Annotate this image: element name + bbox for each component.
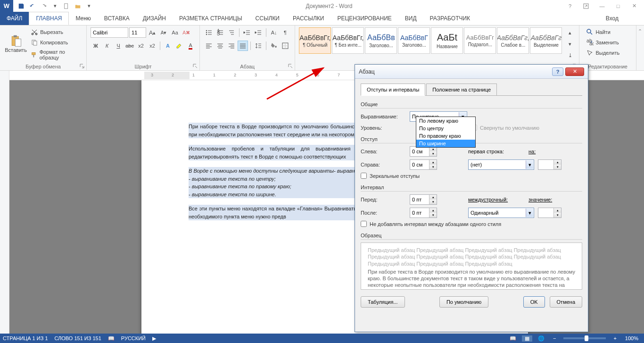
sort-icon[interactable]: A↓ [269,27,279,38]
select-button[interactable]: Выделить [585,48,620,58]
shading-icon[interactable] [269,41,279,51]
status-macro-icon[interactable]: ▶ [152,335,156,342]
qat-more[interactable]: ▾ [84,1,94,11]
multilevel-icon[interactable] [226,27,237,38]
styles-up-icon[interactable]: ▴ [565,27,575,38]
align-option-right[interactable]: По правому краю [416,132,475,140]
zoom-slider[interactable] [563,337,606,339]
status-lang[interactable]: РУССКИЙ [121,335,146,341]
style-normal[interactable]: АаБбВвГг,¶ Обычный [299,27,331,54]
change-case-icon[interactable]: Aa [170,27,180,38]
indent-right-spinner[interactable]: 0 см▴▾ [410,159,437,170]
bullets-icon[interactable] [204,27,214,38]
qat-newdoc[interactable]: ▾ [50,1,60,11]
zoom-out-icon[interactable]: − [550,335,559,341]
font-color-icon[interactable]: A [185,41,196,51]
mirror-indent-check[interactable] [361,173,367,179]
after-spinner[interactable]: 0 пт▴▾ [410,208,437,218]
default-button[interactable]: По умолчанию [439,296,488,308]
styles-more-icon[interactable]: ⤓ [565,50,575,60]
format-painter-button[interactable]: Формат по образцу [30,48,83,61]
tab-home[interactable]: ГЛАВНАЯ [29,12,69,25]
italic-icon[interactable]: К [102,41,112,51]
indent-left-spinner[interactable]: 0 см▴▾ [410,146,437,157]
font-launcher[interactable] [192,63,198,69]
first-line-select[interactable]: (нет)▾ [468,159,534,170]
ribbon-options-icon[interactable]: ? [564,1,576,11]
status-words[interactable]: СЛОВО 151 ИЗ 151 [55,335,101,341]
paragraph-launcher[interactable] [287,63,294,69]
underline-icon[interactable]: Ч [113,41,124,51]
qat-open[interactable] [73,1,83,11]
tab-mailings[interactable]: РАССЫЛКИ [286,12,330,25]
status-proofing-icon[interactable]: 📖 [108,335,115,342]
ribbon-min-icon[interactable] [580,1,592,11]
tab-references[interactable]: ССЫЛКИ [249,12,286,25]
tab-design[interactable]: ДИЗАЙН [136,12,173,25]
superscript-icon[interactable]: x2 [147,41,157,51]
status-page[interactable]: СТРАНИЦА 1 ИЗ 1 [3,335,48,341]
view-print-icon[interactable]: ▦ [522,335,532,342]
align-center-icon[interactable] [215,41,225,51]
show-marks-icon[interactable]: ¶ [280,27,290,38]
align-option-center[interactable]: По центру [416,125,475,132]
subscript-icon[interactable]: x2 [136,41,146,51]
qat-undo[interactable] [27,1,38,11]
qat-new[interactable] [61,1,72,11]
style-no-spacing[interactable]: АаБбВвГг,¶ Без инте... [332,27,364,54]
style-heading1[interactable]: АаБбВвЗаголово... [365,27,397,54]
cut-button[interactable]: Вырезать [30,27,83,37]
view-web-icon[interactable]: 🌐 [535,335,547,342]
dialog-tab-indents[interactable]: Отступы и интервалы [361,84,425,96]
qat-save[interactable] [16,1,26,11]
close-icon[interactable]: ✕ [628,1,640,11]
replace-button[interactable]: abacЗаменить [585,38,620,47]
align-option-justify[interactable]: По ширине [416,140,475,147]
tab-layout[interactable]: РАЗМЕТКА СТРАНИЦЫ [173,12,249,25]
borders-icon[interactable] [280,41,290,51]
tab-view[interactable]: ВИД [398,12,423,25]
login-button[interactable]: Вход [599,12,625,25]
style-title[interactable]: АаБtНазвание [431,27,463,54]
line-spacing-icon[interactable] [253,41,264,51]
numbering-icon[interactable]: 123 [215,27,225,38]
tab-developer[interactable]: РАЗРАБОТЧИК [423,12,477,25]
tabstops-button[interactable]: Табуляция... [361,296,405,308]
align-left-icon[interactable] [204,41,214,51]
find-button[interactable]: Найти [585,27,620,37]
tab-review[interactable]: РЕЦЕНЗИРОВАНИЕ [330,12,398,25]
paste-button[interactable]: Вставить [4,27,28,59]
ok-button[interactable]: OK [523,296,545,308]
dialog-close-icon[interactable]: ✕ [565,67,584,76]
bold-icon[interactable]: Ж [91,41,101,51]
first-line-value-spinner[interactable]: ▴▾ [538,159,561,170]
clipboard-launcher[interactable] [79,63,85,69]
view-read-icon[interactable]: 📖 [507,335,519,342]
line-spacing-select[interactable]: Одинарный▾ [468,208,534,218]
tab-file[interactable]: ФАЙЛ [0,12,29,25]
style-emphasis[interactable]: АаБбВвГгВыделение [530,27,562,54]
tab-insert[interactable]: ВСТАВКА [98,12,136,25]
style-heading2[interactable]: АаБбВвГЗаголово... [398,27,430,54]
copy-button[interactable]: Копировать [30,38,83,47]
ruler-vertical[interactable] [0,80,9,334]
alignment-dropdown[interactable]: По левому краю По центру По правому краю… [416,117,476,148]
increase-indent-icon[interactable] [253,27,264,38]
grow-font-icon[interactable]: A▴ [147,27,157,38]
minimize-icon[interactable]: — [596,1,608,11]
line-spacing-value-spinner[interactable]: ▴▾ [538,208,561,218]
strike-icon[interactable]: abc [124,41,135,51]
qat-redo[interactable] [39,1,49,11]
shrink-font-icon[interactable]: A▾ [158,27,169,38]
dialog-help-icon[interactable]: ? [552,67,563,76]
dialog-tab-position[interactable]: Положение на странице [426,84,497,96]
zoom-level[interactable]: 100% [622,335,641,341]
styles-down-icon[interactable]: ▾ [565,39,575,49]
zoom-in-icon[interactable]: + [611,335,619,341]
no-space-check[interactable] [361,221,367,227]
font-size-combo[interactable]: 11 [129,27,146,38]
maximize-icon[interactable]: □ [612,1,624,11]
tab-menu[interactable]: Меню [69,12,97,25]
style-subtitle[interactable]: АаБбВвГгПодзагол... [464,27,496,54]
text-effects-icon[interactable]: A [163,41,173,51]
